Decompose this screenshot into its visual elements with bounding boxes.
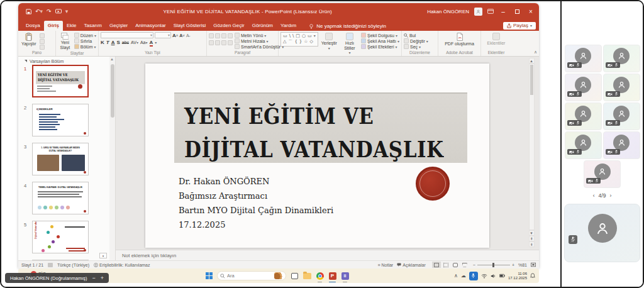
accessibility-status[interactable]: Erişilebilirlik: Kullanılamaz bbox=[94, 263, 150, 267]
self-video-tile[interactable] bbox=[564, 204, 640, 262]
previous-slide-button[interactable]: ⇞ bbox=[529, 236, 535, 241]
zoom-slider-thumb[interactable] bbox=[492, 263, 494, 267]
next-slide-button[interactable]: ⇟ bbox=[529, 241, 535, 247]
slideshow-view-button[interactable] bbox=[460, 262, 469, 268]
clear-format-button[interactable]: A̶ bbox=[186, 33, 189, 38]
participant-tile[interactable] bbox=[565, 131, 602, 159]
close-button[interactable]: × bbox=[526, 8, 535, 15]
onedrive-icon[interactable]: ☁ bbox=[461, 273, 466, 279]
section-header[interactable]: Varsayılan Bölüm bbox=[18, 57, 115, 65]
addins-button[interactable]: Eklentiler bbox=[486, 32, 507, 47]
scroll-down-icon[interactable]: ▼ bbox=[529, 230, 535, 236]
tab-giris[interactable]: Giriş bbox=[44, 21, 63, 31]
numbering-icon[interactable] bbox=[215, 33, 220, 38]
justify-icon[interactable] bbox=[228, 40, 233, 45]
slide-6-thumbnail[interactable]: 2. YENİ EĞİTİM MODELİ bbox=[32, 260, 89, 260]
text-shadow-button[interactable]: S bbox=[116, 40, 119, 45]
select-button[interactable]: Seç▾ bbox=[404, 44, 436, 49]
teams-button[interactable]: ii bbox=[341, 272, 349, 280]
notes-pane[interactable]: Not eklemek için tıklayın bbox=[116, 250, 539, 260]
slide-2-thumbnail[interactable]: İÇİNDEKİLER bbox=[32, 104, 89, 136]
slide-1-thumbnail[interactable]: YENİ EĞİTİM VEDİJİTAL VATANDAŞLIK bbox=[32, 65, 89, 97]
strikethrough-button[interactable]: abc bbox=[122, 40, 129, 45]
bullets-icon[interactable] bbox=[209, 33, 214, 38]
search-box[interactable] bbox=[217, 271, 286, 280]
align-center-icon[interactable] bbox=[215, 40, 220, 45]
italic-button[interactable]: T bbox=[106, 40, 109, 45]
section-button[interactable]: Bölüm▾ bbox=[74, 44, 96, 49]
cut-icon[interactable] bbox=[40, 33, 45, 38]
notifications-bell-icon[interactable] bbox=[530, 273, 535, 279]
file-explorer-button[interactable] bbox=[303, 272, 311, 280]
thumbnail-row-4[interactable]: 4 TEMEL KAVRAM: DİJİTAL VATANDAŞLIK bbox=[18, 182, 115, 214]
normal-view-button[interactable] bbox=[432, 262, 441, 268]
thumbnail-row-3[interactable]: 3 1. GİRİŞ VE TEMEL KAVRAMLAR NEDEN DİJİ… bbox=[18, 143, 115, 175]
language-status[interactable]: Türkçe (Türkiye) bbox=[57, 263, 89, 267]
tab-gecisler[interactable]: Geçişler bbox=[106, 21, 131, 31]
paste-button[interactable]: Yapıştır bbox=[20, 32, 38, 47]
find-button[interactable]: Bul bbox=[404, 33, 436, 38]
undo-icon[interactable]: ↶▾ bbox=[35, 8, 43, 14]
scrollbar-thumb[interactable] bbox=[111, 64, 114, 118]
participant-tile[interactable] bbox=[565, 74, 602, 101]
participant-tile[interactable] bbox=[603, 45, 640, 72]
battery-icon[interactable] bbox=[499, 274, 505, 278]
scrollbar-thumb[interactable] bbox=[530, 65, 533, 95]
share-button[interactable]: Paylaş ▾ bbox=[503, 22, 536, 30]
participant-tile[interactable] bbox=[565, 102, 602, 130]
zoom-out-button[interactable]: − bbox=[473, 263, 475, 267]
tab-dosya[interactable]: Dosya bbox=[22, 21, 44, 31]
title-banner[interactable]: YENİ EĞİTİM VE DİJİTAL VATANDAŞLIK bbox=[174, 92, 467, 163]
tab-tasarim[interactable]: Tasarım bbox=[80, 21, 105, 31]
task-view-button[interactable] bbox=[291, 272, 299, 280]
start-from-beginning-icon[interactable] bbox=[55, 9, 62, 14]
slide-sorter-view-button[interactable] bbox=[441, 262, 450, 268]
zoom-in-button[interactable]: + bbox=[512, 263, 514, 267]
font-color-caret[interactable]: ▾ bbox=[155, 40, 157, 45]
reading-view-button[interactable] bbox=[451, 262, 460, 268]
indent-decrease-icon[interactable] bbox=[221, 33, 226, 38]
text-direction-button[interactable]: Metin Yönü▾ bbox=[235, 33, 284, 38]
align-right-icon[interactable] bbox=[221, 40, 226, 45]
ribbon-display-options-icon[interactable] bbox=[487, 9, 494, 14]
display-settings-icon[interactable] bbox=[48, 263, 53, 267]
tab-ekle[interactable]: Ekle bbox=[63, 21, 80, 31]
account-avatar[interactable] bbox=[474, 8, 482, 16]
speaker-icon[interactable] bbox=[491, 274, 496, 279]
thumbnail-row-6[interactable]: 6 2. YENİ EĞİTİM MODELİ bbox=[18, 260, 115, 260]
slide-3-thumbnail[interactable]: 1. GİRİŞ VE TEMEL KAVRAMLAR NEDEN DİJİTA… bbox=[32, 143, 89, 175]
scroll-up-icon[interactable]: ▲ bbox=[110, 57, 114, 61]
pagination-next-button[interactable]: › bbox=[609, 192, 611, 199]
participant-tile[interactable] bbox=[584, 160, 621, 188]
zoom-level[interactable]: %81 bbox=[518, 263, 527, 267]
share-zoom-out-button[interactable]: − bbox=[92, 275, 96, 281]
reset-button[interactable]: Sıfırla bbox=[74, 38, 96, 43]
underline-button[interactable]: A bbox=[111, 40, 115, 45]
thumbnail-row-1[interactable]: 1 YENİ EĞİTİM VEDİJİTAL VATANDAŞLIK bbox=[18, 65, 115, 97]
slide-5-thumbnail[interactable]: Dijital Vatandaşlık bbox=[32, 221, 89, 253]
participant-tile[interactable] bbox=[565, 45, 602, 72]
tab-yardim[interactable]: Yardım bbox=[277, 21, 300, 31]
powerpoint-button[interactable]: P bbox=[328, 272, 336, 280]
comments-toggle-button[interactable]: Açıklamalar bbox=[397, 263, 426, 267]
font-color-button[interactable]: A bbox=[150, 40, 153, 47]
change-case-button[interactable]: Aa▾ bbox=[140, 40, 148, 45]
participant-tile[interactable] bbox=[603, 131, 640, 159]
search-highlight-image[interactable] bbox=[274, 272, 283, 279]
fit-to-window-icon[interactable] bbox=[531, 262, 536, 267]
shrink-font-button[interactable]: A˅ bbox=[179, 33, 185, 38]
red-seal-graphic[interactable] bbox=[416, 167, 450, 201]
pagination-prev-button[interactable]: ‹ bbox=[593, 192, 595, 199]
notes-toggle-button[interactable]: ≡Notlar bbox=[377, 263, 393, 267]
qat-customize-icon[interactable]: ▾ bbox=[65, 8, 69, 14]
wifi-icon[interactable] bbox=[481, 274, 487, 279]
new-slide-button[interactable]: Yeni Slayt bbox=[58, 32, 72, 50]
shape-outline-button[interactable]: Şekil Ana Hattı▾ bbox=[361, 38, 399, 43]
slide-subtitle-block[interactable]: Dr. Hakan ÖNGÖREN Bağımsız Araştırmacı B… bbox=[179, 174, 333, 232]
align-text-button[interactable]: Metni Hizala▾ bbox=[235, 38, 284, 43]
smartart-button[interactable]: SmartArt'a Dönüştür▾ bbox=[235, 44, 284, 49]
char-spacing-button[interactable]: AV▾ bbox=[131, 40, 138, 45]
quick-styles-button[interactable]: Hızlı Stiller▾ bbox=[340, 32, 359, 56]
font-name-combo[interactable] bbox=[101, 32, 153, 38]
replace-button[interactable]: Değiştir▾ bbox=[404, 38, 436, 43]
